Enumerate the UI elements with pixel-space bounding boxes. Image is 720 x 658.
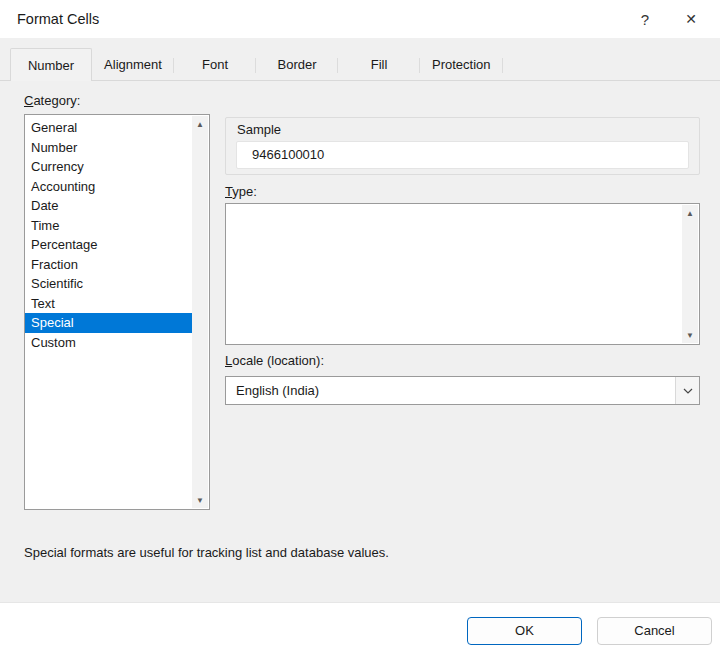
category-scrollbar[interactable]: ▲ ▼ [192, 116, 208, 508]
category-label: Category: [24, 93, 80, 108]
category-item[interactable]: Accounting [25, 177, 192, 197]
cancel-button[interactable]: Cancel [597, 617, 712, 645]
sample-label: Sample [237, 122, 281, 137]
category-item[interactable]: Time [25, 216, 192, 236]
category-item[interactable]: Number [25, 138, 192, 158]
titlebar-controls: ? ✕ [622, 0, 720, 38]
bottom-bar: OK Cancel [0, 602, 720, 658]
sample-group: Sample 9466100010 [225, 117, 700, 175]
footer-description: Special formats are useful for tracking … [24, 545, 389, 560]
locale-value: English (India) [226, 383, 675, 398]
category-item[interactable]: Fraction [25, 255, 192, 275]
category-item[interactable]: Currency [25, 157, 192, 177]
dialog-title: Format Cells [17, 11, 99, 27]
category-item[interactable]: Text [25, 294, 192, 314]
titlebar: Format Cells ? ✕ [0, 0, 720, 38]
ok-button[interactable]: OK [467, 617, 582, 645]
type-scrollbar[interactable]: ▲ ▼ [682, 205, 698, 343]
tab-fill[interactable]: Fill [338, 50, 420, 80]
category-item[interactable]: Date [25, 196, 192, 216]
category-item-selected[interactable]: Special [25, 313, 192, 333]
category-item[interactable]: Custom [25, 333, 192, 353]
scroll-down-icon[interactable]: ▼ [682, 327, 698, 343]
scroll-down-icon[interactable]: ▼ [192, 492, 208, 508]
category-listbox[interactable]: General Number Currency Accounting Date … [24, 114, 210, 510]
help-icon: ? [641, 11, 649, 28]
category-item[interactable]: Scientific [25, 274, 192, 294]
locale-label: Locale (location): [225, 353, 324, 368]
locale-dropdown[interactable]: English (India) [225, 376, 700, 405]
help-button[interactable]: ? [622, 0, 668, 38]
format-cells-dialog: Format Cells ? ✕ Number Alignment Font B… [0, 0, 720, 658]
tab-protection[interactable]: Protection [420, 50, 503, 80]
chevron-down-icon [683, 388, 693, 394]
scroll-up-icon[interactable]: ▲ [192, 116, 208, 132]
type-label: Type: [225, 184, 257, 199]
category-item[interactable]: Percentage [25, 235, 192, 255]
tab-alignment[interactable]: Alignment [92, 50, 174, 80]
type-listbox[interactable]: ▲ ▼ [225, 203, 700, 345]
close-button[interactable]: ✕ [668, 0, 714, 38]
tab-border[interactable]: Border [256, 50, 338, 80]
sample-value: 9466100010 [236, 141, 689, 169]
tab-strip: Number Alignment Font Border Fill Protec… [0, 49, 720, 81]
category-item[interactable]: General [25, 118, 192, 138]
close-icon: ✕ [685, 11, 697, 27]
tab-number[interactable]: Number [10, 48, 92, 81]
scroll-up-icon[interactable]: ▲ [682, 205, 698, 221]
dropdown-button[interactable] [675, 377, 699, 404]
tab-font[interactable]: Font [174, 50, 256, 80]
